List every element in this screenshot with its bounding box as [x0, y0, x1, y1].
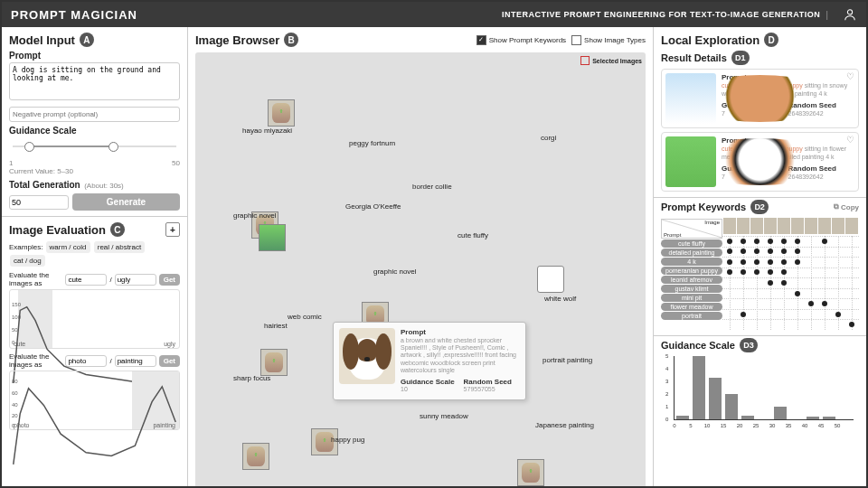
badge-d3: D3: [740, 338, 758, 352]
badge-c: C: [110, 222, 125, 237]
keyword-pill[interactable]: detailed painting: [661, 249, 722, 257]
img-thumb[interactable]: [242, 443, 269, 470]
model-input-panel: Model InputA Prompt A dog is sitting on …: [2, 27, 187, 216]
show-types-checkbox[interactable]: Show Image Types: [571, 35, 646, 45]
example-chip[interactable]: warm / cold: [46, 241, 90, 253]
image-eval-title: Image Evaluation: [9, 223, 106, 237]
prompt-label: Prompt: [9, 51, 180, 61]
local-exploration-title: Local Exploration: [661, 33, 760, 47]
example-chip[interactable]: cat / dog: [10, 255, 45, 267]
selected-legend: Selected Images: [580, 56, 642, 65]
img-thumb[interactable]: [537, 266, 564, 293]
guidance-label: Guidance Scale: [9, 126, 180, 136]
badge-d1: D1: [731, 51, 750, 65]
model-input-title: Model Input: [9, 33, 75, 47]
image-tooltip: Prompt a brown and white chested sprocke…: [333, 322, 526, 400]
result-card[interactable]: ♡ Promptcute fluffy pomeranian puppy sit…: [661, 132, 859, 192]
eval-chart-2[interactable]: 806040200 photo painting: [9, 371, 180, 430]
keyword-pill[interactable]: mini pit: [661, 294, 722, 302]
image-browser-title: Image Browser: [195, 33, 279, 47]
keyword-pill[interactable]: cute fluffy: [661, 239, 722, 248]
embedding-canvas[interactable]: Selected Images hayao miyazaki graphic n…: [195, 52, 646, 486]
eval-a-input[interactable]: [65, 274, 107, 286]
heart-icon[interactable]: ♡: [846, 71, 854, 81]
result-card[interactable]: ♡ Promptcute fluffy pomeranian puppy sit…: [661, 69, 859, 128]
result-image: [665, 136, 716, 187]
example-chip[interactable]: real / abstract: [94, 241, 145, 253]
img-thumb[interactable]: [517, 459, 544, 486]
heart-icon[interactable]: ♡: [846, 135, 854, 145]
guidance-range[interactable]: [9, 137, 180, 159]
keyword-pill[interactable]: portrait: [661, 312, 722, 320]
copy-button[interactable]: ⧉Copy: [834, 202, 859, 211]
image-eval-panel: Image EvaluationC + Examples: warm / col…: [2, 216, 187, 436]
badge-d2: D2: [750, 200, 769, 214]
show-keywords-checkbox[interactable]: ✓Show Prompt Keywords: [476, 35, 566, 45]
user-icon[interactable]: [843, 7, 857, 22]
badge-a: A: [80, 33, 94, 47]
eval-chart-1[interactable]: 150100500 cute ugly: [9, 289, 180, 349]
generate-button[interactable]: Generate: [72, 193, 180, 211]
badge-d: D: [764, 33, 778, 47]
guidance-scale-title: Guidance Scale: [661, 340, 735, 351]
img-thumb[interactable]: [259, 224, 286, 251]
total-input[interactable]: [9, 195, 69, 210]
svg-point-0: [847, 10, 852, 14]
subtitle: INTERACTIVE PROMPT ENGINEERING FOR TEXT-…: [502, 10, 820, 19]
keyword-pill[interactable]: 4 k: [661, 258, 722, 266]
keyword-pill[interactable]: gustav klimt: [661, 285, 722, 293]
img-thumb[interactable]: [268, 99, 295, 127]
prompt-keywords-title: Prompt Keywords: [661, 202, 746, 212]
eval-b-input[interactable]: [115, 274, 156, 286]
get-button[interactable]: Get: [159, 274, 180, 286]
tooltip-image: [339, 328, 395, 384]
keyword-pill[interactable]: flower meadow: [661, 303, 722, 311]
app-header: PROMPT MAGICIAN INTERACTIVE PROMPT ENGIN…: [2, 2, 866, 27]
eval-row: Evaluate the images as / Get: [9, 271, 180, 287]
keyword-pill[interactable]: pomeranian puppy: [661, 267, 722, 275]
brand: PROMPT MAGICIAN: [11, 8, 137, 22]
badge-b: B: [284, 33, 298, 47]
neg-prompt-input[interactable]: [9, 107, 180, 122]
guidance-bar-chart: 05101520253035404550012345: [674, 356, 854, 420]
guidance-current: Current Value: 5–30: [9, 167, 180, 175]
keyword-pill[interactable]: leonid afremov: [661, 276, 722, 284]
keyword-thumbs: [722, 218, 859, 236]
prompt-input[interactable]: A dog is sitting on the ground and looki…: [9, 62, 180, 100]
result-image: [665, 73, 716, 124]
total-label: Total Generation: [9, 180, 80, 190]
result-details-title: Result Details: [661, 52, 727, 63]
keyword-matrix: ImagePrompt cute fluffy detailed paintin…: [661, 218, 859, 330]
add-eval-button[interactable]: +: [165, 222, 180, 237]
img-thumb[interactable]: [260, 349, 288, 376]
